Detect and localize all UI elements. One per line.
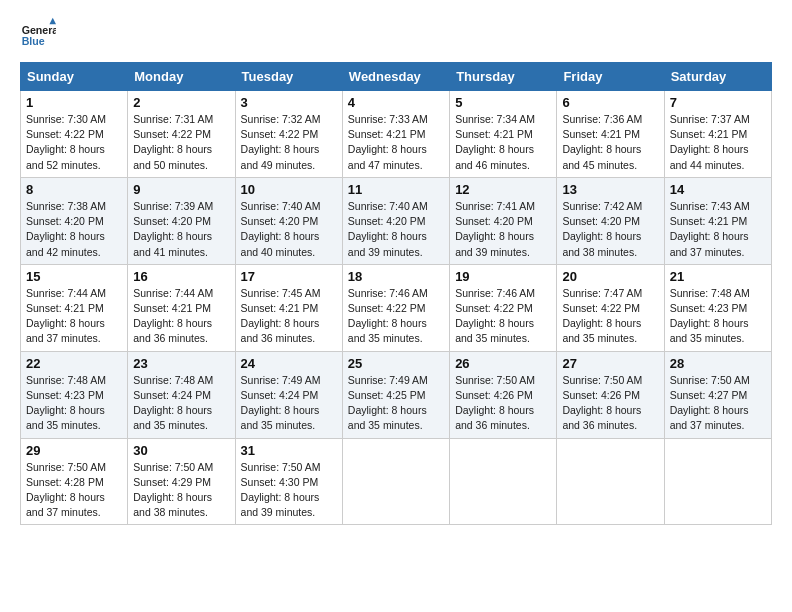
day-cell: 2 Sunrise: 7:31 AMSunset: 4:22 PMDayligh… — [128, 91, 235, 178]
day-number: 15 — [26, 269, 122, 284]
day-cell: 9 Sunrise: 7:39 AMSunset: 4:20 PMDayligh… — [128, 177, 235, 264]
day-number: 21 — [670, 269, 766, 284]
day-cell — [664, 438, 771, 525]
day-info: Sunrise: 7:36 AMSunset: 4:21 PMDaylight:… — [562, 113, 642, 171]
day-cell: 19 Sunrise: 7:46 AMSunset: 4:22 PMDaylig… — [450, 264, 557, 351]
day-number: 2 — [133, 95, 229, 110]
day-info: Sunrise: 7:45 AMSunset: 4:21 PMDaylight:… — [241, 287, 321, 345]
weekday-thursday: Thursday — [450, 63, 557, 91]
calendar-body: 1 Sunrise: 7:30 AMSunset: 4:22 PMDayligh… — [21, 91, 772, 525]
day-info: Sunrise: 7:49 AMSunset: 4:24 PMDaylight:… — [241, 374, 321, 432]
day-number: 24 — [241, 356, 337, 371]
day-number: 28 — [670, 356, 766, 371]
week-row-5: 29 Sunrise: 7:50 AMSunset: 4:28 PMDaylig… — [21, 438, 772, 525]
day-cell: 12 Sunrise: 7:41 AMSunset: 4:20 PMDaylig… — [450, 177, 557, 264]
day-number: 30 — [133, 443, 229, 458]
day-info: Sunrise: 7:46 AMSunset: 4:22 PMDaylight:… — [348, 287, 428, 345]
day-number: 10 — [241, 182, 337, 197]
day-info: Sunrise: 7:50 AMSunset: 4:27 PMDaylight:… — [670, 374, 750, 432]
day-info: Sunrise: 7:43 AMSunset: 4:21 PMDaylight:… — [670, 200, 750, 258]
day-info: Sunrise: 7:48 AMSunset: 4:24 PMDaylight:… — [133, 374, 213, 432]
page-header: General Blue — [20, 16, 772, 52]
day-number: 27 — [562, 356, 658, 371]
day-cell: 13 Sunrise: 7:42 AMSunset: 4:20 PMDaylig… — [557, 177, 664, 264]
day-cell: 14 Sunrise: 7:43 AMSunset: 4:21 PMDaylig… — [664, 177, 771, 264]
day-number: 3 — [241, 95, 337, 110]
day-number: 9 — [133, 182, 229, 197]
day-cell: 29 Sunrise: 7:50 AMSunset: 4:28 PMDaylig… — [21, 438, 128, 525]
day-info: Sunrise: 7:31 AMSunset: 4:22 PMDaylight:… — [133, 113, 213, 171]
day-cell: 21 Sunrise: 7:48 AMSunset: 4:23 PMDaylig… — [664, 264, 771, 351]
day-number: 12 — [455, 182, 551, 197]
day-number: 25 — [348, 356, 444, 371]
day-info: Sunrise: 7:50 AMSunset: 4:30 PMDaylight:… — [241, 461, 321, 519]
day-number: 20 — [562, 269, 658, 284]
day-cell: 8 Sunrise: 7:38 AMSunset: 4:20 PMDayligh… — [21, 177, 128, 264]
day-cell: 1 Sunrise: 7:30 AMSunset: 4:22 PMDayligh… — [21, 91, 128, 178]
weekday-saturday: Saturday — [664, 63, 771, 91]
day-number: 8 — [26, 182, 122, 197]
week-row-1: 1 Sunrise: 7:30 AMSunset: 4:22 PMDayligh… — [21, 91, 772, 178]
day-info: Sunrise: 7:32 AMSunset: 4:22 PMDaylight:… — [241, 113, 321, 171]
day-number: 6 — [562, 95, 658, 110]
day-info: Sunrise: 7:38 AMSunset: 4:20 PMDaylight:… — [26, 200, 106, 258]
svg-text:General: General — [22, 24, 56, 36]
svg-text:Blue: Blue — [22, 35, 45, 47]
day-info: Sunrise: 7:44 AMSunset: 4:21 PMDaylight:… — [133, 287, 213, 345]
logo-icon: General Blue — [20, 16, 56, 52]
day-cell: 11 Sunrise: 7:40 AMSunset: 4:20 PMDaylig… — [342, 177, 449, 264]
week-row-4: 22 Sunrise: 7:48 AMSunset: 4:23 PMDaylig… — [21, 351, 772, 438]
day-info: Sunrise: 7:48 AMSunset: 4:23 PMDaylight:… — [26, 374, 106, 432]
day-cell: 16 Sunrise: 7:44 AMSunset: 4:21 PMDaylig… — [128, 264, 235, 351]
day-cell — [557, 438, 664, 525]
day-cell — [342, 438, 449, 525]
day-cell: 26 Sunrise: 7:50 AMSunset: 4:26 PMDaylig… — [450, 351, 557, 438]
day-number: 13 — [562, 182, 658, 197]
day-cell: 6 Sunrise: 7:36 AMSunset: 4:21 PMDayligh… — [557, 91, 664, 178]
day-cell: 30 Sunrise: 7:50 AMSunset: 4:29 PMDaylig… — [128, 438, 235, 525]
day-number: 19 — [455, 269, 551, 284]
day-info: Sunrise: 7:34 AMSunset: 4:21 PMDaylight:… — [455, 113, 535, 171]
day-cell — [450, 438, 557, 525]
day-info: Sunrise: 7:50 AMSunset: 4:26 PMDaylight:… — [562, 374, 642, 432]
weekday-tuesday: Tuesday — [235, 63, 342, 91]
day-number: 18 — [348, 269, 444, 284]
day-number: 14 — [670, 182, 766, 197]
weekday-friday: Friday — [557, 63, 664, 91]
week-row-3: 15 Sunrise: 7:44 AMSunset: 4:21 PMDaylig… — [21, 264, 772, 351]
calendar-table: SundayMondayTuesdayWednesdayThursdayFrid… — [20, 62, 772, 525]
week-row-2: 8 Sunrise: 7:38 AMSunset: 4:20 PMDayligh… — [21, 177, 772, 264]
day-info: Sunrise: 7:44 AMSunset: 4:21 PMDaylight:… — [26, 287, 106, 345]
day-cell: 3 Sunrise: 7:32 AMSunset: 4:22 PMDayligh… — [235, 91, 342, 178]
day-number: 1 — [26, 95, 122, 110]
day-number: 17 — [241, 269, 337, 284]
day-cell: 31 Sunrise: 7:50 AMSunset: 4:30 PMDaylig… — [235, 438, 342, 525]
day-info: Sunrise: 7:50 AMSunset: 4:26 PMDaylight:… — [455, 374, 535, 432]
weekday-header-row: SundayMondayTuesdayWednesdayThursdayFrid… — [21, 63, 772, 91]
day-cell: 15 Sunrise: 7:44 AMSunset: 4:21 PMDaylig… — [21, 264, 128, 351]
svg-marker-2 — [49, 18, 56, 25]
weekday-wednesday: Wednesday — [342, 63, 449, 91]
day-cell: 28 Sunrise: 7:50 AMSunset: 4:27 PMDaylig… — [664, 351, 771, 438]
day-cell: 4 Sunrise: 7:33 AMSunset: 4:21 PMDayligh… — [342, 91, 449, 178]
weekday-sunday: Sunday — [21, 63, 128, 91]
day-number: 11 — [348, 182, 444, 197]
day-cell: 23 Sunrise: 7:48 AMSunset: 4:24 PMDaylig… — [128, 351, 235, 438]
day-number: 29 — [26, 443, 122, 458]
day-cell: 18 Sunrise: 7:46 AMSunset: 4:22 PMDaylig… — [342, 264, 449, 351]
day-cell: 5 Sunrise: 7:34 AMSunset: 4:21 PMDayligh… — [450, 91, 557, 178]
day-info: Sunrise: 7:47 AMSunset: 4:22 PMDaylight:… — [562, 287, 642, 345]
day-number: 26 — [455, 356, 551, 371]
weekday-monday: Monday — [128, 63, 235, 91]
day-info: Sunrise: 7:41 AMSunset: 4:20 PMDaylight:… — [455, 200, 535, 258]
day-info: Sunrise: 7:39 AMSunset: 4:20 PMDaylight:… — [133, 200, 213, 258]
day-number: 16 — [133, 269, 229, 284]
day-info: Sunrise: 7:46 AMSunset: 4:22 PMDaylight:… — [455, 287, 535, 345]
day-info: Sunrise: 7:37 AMSunset: 4:21 PMDaylight:… — [670, 113, 750, 171]
day-info: Sunrise: 7:50 AMSunset: 4:29 PMDaylight:… — [133, 461, 213, 519]
day-info: Sunrise: 7:33 AMSunset: 4:21 PMDaylight:… — [348, 113, 428, 171]
day-cell: 24 Sunrise: 7:49 AMSunset: 4:24 PMDaylig… — [235, 351, 342, 438]
day-info: Sunrise: 7:40 AMSunset: 4:20 PMDaylight:… — [241, 200, 321, 258]
day-number: 7 — [670, 95, 766, 110]
day-cell: 25 Sunrise: 7:49 AMSunset: 4:25 PMDaylig… — [342, 351, 449, 438]
